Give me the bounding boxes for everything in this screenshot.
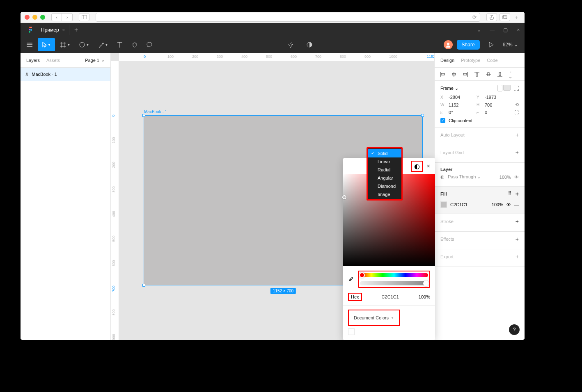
add-fill-button[interactable]: +: [516, 191, 519, 197]
blend-mode-icon[interactable]: ◐: [411, 161, 423, 172]
align-left-icon[interactable]: [440, 71, 445, 77]
tab-code[interactable]: Code: [487, 58, 497, 63]
blend-mode-select[interactable]: Pass Through ⌄: [448, 174, 481, 180]
h-input[interactable]: 700: [485, 103, 509, 107]
help-button[interactable]: ?: [509, 324, 520, 335]
tab-close-icon[interactable]: ×: [62, 27, 65, 32]
fill-type-diamond[interactable]: Diamond: [368, 182, 401, 190]
text-tool[interactable]: [113, 38, 126, 51]
hue-handle[interactable]: [359, 272, 365, 278]
hue-slider[interactable]: [360, 273, 428, 277]
assets-tab[interactable]: Assets: [46, 58, 60, 63]
alpha-slider[interactable]: [360, 281, 428, 285]
url-bar[interactable]: ⟳: [96, 13, 480, 22]
window-minimize[interactable]: [32, 15, 37, 20]
add-export-button[interactable]: +: [516, 253, 519, 260]
tab-prototype[interactable]: Prototype: [461, 58, 480, 63]
figma-titlebar: Пример × + ⌄ — ▢ ×: [21, 23, 525, 36]
fill-type-angular[interactable]: Angular: [368, 174, 401, 182]
visibility-icon[interactable]: 👁: [514, 175, 519, 180]
forward-button[interactable]: ›: [62, 13, 73, 21]
align-vcenter-icon[interactable]: [486, 71, 491, 77]
add-grid-button[interactable]: +: [516, 149, 519, 156]
layer-item[interactable]: # MacBook - 1: [21, 68, 110, 81]
fill-opacity[interactable]: 100%: [492, 202, 503, 207]
shape-tool[interactable]: ▼: [76, 38, 93, 51]
resize-handle-tr[interactable]: [421, 114, 424, 117]
eyedropper-icon[interactable]: [348, 276, 354, 282]
lock-aspect-icon[interactable]: ⟲: [515, 102, 519, 107]
new-tab-button[interactable]: +: [515, 14, 520, 20]
align-top-icon[interactable]: [474, 71, 480, 77]
fill-type-linear[interactable]: Linear: [368, 157, 401, 166]
radius-input[interactable]: 0: [485, 110, 509, 115]
window-close[interactable]: [25, 15, 30, 20]
hex-input[interactable]: C2C1C1: [366, 294, 415, 299]
add-stroke-button[interactable]: +: [516, 218, 519, 225]
fill-visibility-icon[interactable]: 👁: [506, 202, 511, 207]
fill-hex[interactable]: C2C1C1: [450, 202, 467, 207]
w-input[interactable]: 1152: [449, 103, 473, 107]
fill-swatch[interactable]: [440, 201, 447, 208]
landscape-button[interactable]: [503, 85, 511, 91]
share-button[interactable]: Share: [457, 40, 480, 50]
fill-type-solid[interactable]: ✓Solid: [368, 149, 401, 157]
page-selector[interactable]: Page 1 ⌄: [85, 57, 105, 63]
add-autolayout-button[interactable]: +: [516, 132, 519, 138]
comment-tool[interactable]: [143, 38, 156, 51]
hand-tool[interactable]: [128, 38, 141, 51]
sidebar-toggle[interactable]: [79, 13, 89, 21]
fill-type-image[interactable]: Image: [368, 190, 401, 198]
present-button[interactable]: [485, 38, 498, 51]
document-tab[interactable]: Пример ×: [37, 25, 69, 35]
window-maximize[interactable]: [40, 15, 45, 20]
pen-tool[interactable]: ▼: [94, 38, 112, 51]
chevron-down-icon[interactable]: ⌄: [476, 27, 482, 33]
resize-handle-bl[interactable]: [142, 284, 145, 287]
frame-tool[interactable]: ▼: [57, 38, 74, 51]
layers-tab[interactable]: Layers: [26, 58, 40, 63]
frame-label[interactable]: MacBook - 1: [144, 109, 167, 114]
frame-type-selector[interactable]: Frame ⌄: [440, 86, 458, 91]
tabs-icon[interactable]: [500, 13, 510, 21]
close-icon[interactable]: ×: [427, 163, 430, 169]
clip-content-checkbox[interactable]: ✓: [440, 118, 445, 123]
fill-styles-icon[interactable]: ⠿: [508, 191, 511, 197]
avatar[interactable]: [444, 40, 453, 49]
color-cursor[interactable]: [342, 195, 346, 199]
resize-handle-tl[interactable]: [142, 114, 145, 117]
layer-opacity[interactable]: 100%: [500, 175, 511, 180]
menu-button[interactable]: [23, 38, 36, 51]
distribute-icon[interactable]: ⋮ ⌄: [509, 71, 514, 77]
align-bottom-icon[interactable]: [497, 71, 503, 77]
orientation-toggle[interactable]: [497, 85, 511, 91]
opacity-input[interactable]: 100%: [419, 294, 430, 299]
tab-design[interactable]: Design: [440, 58, 454, 63]
x-input[interactable]: -2804: [449, 95, 473, 100]
align-hcenter-icon[interactable]: [451, 71, 457, 77]
resize-to-fit-icon[interactable]: [514, 86, 519, 91]
back-button[interactable]: ‹: [51, 13, 62, 21]
tab-add-button[interactable]: +: [74, 26, 78, 34]
independent-corners-icon[interactable]: ⛶: [514, 110, 519, 115]
components-icon[interactable]: [284, 38, 297, 51]
window-restore-icon[interactable]: ▢: [502, 27, 508, 33]
portrait-button[interactable]: [497, 85, 502, 91]
color-format-selector[interactable]: Hex: [348, 293, 362, 301]
alpha-handle[interactable]: [423, 280, 429, 286]
window-close-icon[interactable]: ×: [516, 27, 521, 33]
align-right-icon[interactable]: [463, 71, 468, 77]
document-colors-selector[interactable]: Document Colors ▼: [348, 310, 400, 326]
mask-icon[interactable]: [303, 38, 316, 51]
document-color-swatch[interactable]: [348, 328, 355, 335]
y-input[interactable]: -1973: [485, 95, 509, 100]
add-effect-button[interactable]: +: [516, 236, 519, 242]
move-tool[interactable]: ▼: [38, 38, 55, 51]
window-min-icon[interactable]: —: [489, 27, 495, 33]
reload-icon[interactable]: ⟳: [472, 14, 477, 20]
fill-remove-icon[interactable]: —: [514, 202, 519, 207]
fill-type-radial[interactable]: Radial: [368, 166, 401, 174]
share-icon[interactable]: [486, 13, 497, 21]
rotation-input[interactable]: 0°: [449, 110, 473, 115]
zoom-level[interactable]: 62% ⌄: [503, 42, 518, 48]
